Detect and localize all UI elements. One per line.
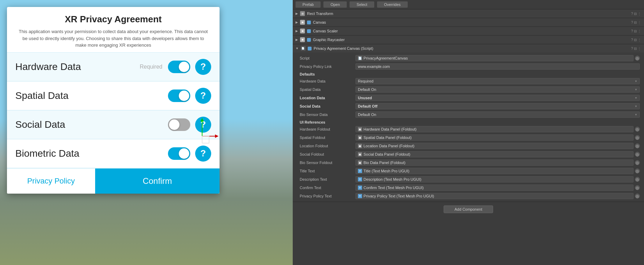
default-location-arrow: ▼ <box>635 96 637 100</box>
tab-select[interactable]: Select <box>350 1 374 8</box>
title-text-icon: T <box>358 169 362 173</box>
description-text-value: Description (Text Mesh Pro UGUI) <box>363 177 421 181</box>
default-spatial-arrow: ▼ <box>635 88 637 91</box>
rect-transform-icon: ⊞ <box>300 11 305 16</box>
graphic-raycaster-name: Graphic Raycaster <box>313 38 629 42</box>
default-location-label: Location Data <box>300 96 355 100</box>
spatial-foldout-icon: ▣ <box>358 135 362 140</box>
svg-marker-3 <box>215 134 219 138</box>
default-social-dropdown[interactable]: Default Off ▼ <box>355 103 640 109</box>
privacy-link-input[interactable] <box>355 63 640 70</box>
social-foldout-row: Social Foldout ▣ Social Data Panel (Fold… <box>293 150 644 158</box>
hardware-foldout-icon: ▣ <box>358 127 362 131</box>
confirm-button[interactable]: Confirm <box>95 169 220 194</box>
privacy-policy-button[interactable]: Privacy Policy <box>7 169 95 194</box>
svg-rect-4 <box>202 136 209 143</box>
privacy-script-name: Privacy Agreement Canvas (Script) <box>314 46 629 50</box>
spatial-foldout-ref[interactable]: ▣ Spatial Data Panel (Foldout) <box>355 134 634 141</box>
privacy-link-row: Privacy Policy Link <box>293 62 644 71</box>
description-text-icon: T <box>358 177 362 181</box>
default-bio-arrow: ▼ <box>635 113 637 116</box>
default-hardware-dropdown[interactable]: Required ▼ <box>355 78 640 84</box>
confirm-text-ref[interactable]: T Confirm Text (Text Mesh Pro UGUI) <box>355 185 634 191</box>
rect-transform-header[interactable]: ▶ ⊞ Rect Transform ? ⊟ ⋮ <box>293 9 644 18</box>
tab-overrides[interactable]: Overrides <box>377 1 408 8</box>
bio-foldout-ref[interactable]: ▣ Bio Data Panel (Foldout) <box>355 159 634 166</box>
confirm-text-row: Confirm Text T Confirm Text (Text Mesh P… <box>293 184 644 192</box>
rect-transform-name: Rect Transform <box>307 11 629 16</box>
privacy-script-checkbox[interactable] <box>308 47 312 50</box>
spatial-toggle[interactable] <box>168 89 190 102</box>
script-field-ref[interactable]: 📄 PrivacyAgreementCanvas <box>355 55 634 61</box>
default-spatial-value: Default On <box>358 87 376 92</box>
privacy-policy-text-icon: T <box>358 194 362 198</box>
title-text-circle-btn[interactable]: ◎ <box>635 169 640 173</box>
hardware-foldout-value: Hardware Data Panel (Foldout) <box>363 127 416 131</box>
rect-transform-actions: ? ⊟ ⋮ <box>631 12 641 16</box>
canvas-icon: ▣ <box>300 20 305 25</box>
social-foldout-icon: ▣ <box>358 152 362 156</box>
location-foldout-circle-btn[interactable]: ◎ <box>635 143 640 148</box>
description-text-ref[interactable]: T Description (Text Mesh Pro UGUI) <box>355 176 634 182</box>
title-text-ref[interactable]: T Title (Text Mesh Pro UGUI) <box>355 168 634 174</box>
dialog-description: This application wants your permission t… <box>17 28 209 49</box>
default-location-dropdown[interactable]: Unused ▼ <box>355 95 640 101</box>
spatial-foldout-label: Spatial Foldout <box>300 135 355 140</box>
location-foldout-label: Location Foldout <box>300 144 355 148</box>
privacy-link-label: Privacy Policy Link <box>300 64 355 69</box>
canvas-scaler-checkbox[interactable] <box>307 29 311 33</box>
default-social-label: Social Data <box>300 104 355 108</box>
default-bio-value: Default On <box>358 112 376 117</box>
canvas-scaler-header[interactable]: ▶ ▣ Canvas Scaler ? ⊟ ⋮ <box>293 27 644 35</box>
spatial-help-button[interactable]: ? <box>195 88 211 104</box>
graphic-raycaster-header[interactable]: ▶ ▣ Graphic Raycaster ? ⊟ ⋮ <box>293 36 644 44</box>
graphic-raycaster-checkbox[interactable] <box>307 38 311 42</box>
description-text-circle-btn[interactable]: ◎ <box>635 177 640 182</box>
default-hardware-value: Required <box>358 79 374 83</box>
dialog-title: XR Privacy Agreement <box>17 14 209 25</box>
confirm-text-icon: T <box>358 186 362 190</box>
title-text-value: Title (Text Mesh Pro UGUI) <box>363 169 409 173</box>
hardware-foldout-circle-btn[interactable]: ◎ <box>635 127 640 132</box>
description-text-label: Description Text <box>300 177 355 181</box>
dialog-header: XR Privacy Agreement This application wa… <box>7 7 220 53</box>
spatial-foldout-circle-btn[interactable]: ◎ <box>635 135 640 140</box>
title-text-row: Title Text T Title (Text Mesh Pro UGUI) … <box>293 167 644 175</box>
hardware-toggle[interactable] <box>168 61 190 73</box>
tab-prefab[interactable]: Prefab <box>296 1 321 8</box>
hardware-foldout-ref[interactable]: ▣ Hardware Data Panel (Foldout) <box>355 126 634 132</box>
canvas-scaler-section: ▶ ▣ Canvas Scaler ? ⊟ ⋮ <box>293 27 644 36</box>
privacy-script-section: ▼ 📄 Privacy Agreement Canvas (Script) ? … <box>293 44 644 202</box>
social-foldout-circle-btn[interactable]: ◎ <box>635 152 640 157</box>
location-foldout-ref[interactable]: ▣ Location Data Panel (Foldout) <box>355 143 634 149</box>
default-bio-dropdown[interactable]: Default On ▼ <box>355 111 640 118</box>
privacy-policy-text-ref[interactable]: T Privacy Policy Text (Text Mesh Pro UGU… <box>355 193 634 199</box>
default-spatial-dropdown[interactable]: Default On ▼ <box>355 86 640 93</box>
hardware-data-row: Hardware Data Required ? <box>7 53 220 81</box>
default-social-row: Social Data Default Off ▼ <box>293 102 644 110</box>
canvas-header[interactable]: ▶ ▣ Canvas ? ⊟ ⋮ <box>293 18 644 26</box>
ui-references-section-label: UI References <box>293 119 644 125</box>
graphic-raycaster-actions: ? ⊟ ⋮ <box>631 38 641 42</box>
hardware-help-button[interactable]: ? <box>195 59 211 75</box>
xr-privacy-dialog: XR Privacy Agreement This application wa… <box>7 7 220 194</box>
description-text-row: Description Text T Description (Text Mes… <box>293 175 644 184</box>
script-ref-value: PrivacyAgreementCanvas <box>363 56 408 60</box>
default-social-arrow: ▼ <box>635 105 637 108</box>
canvas-checkbox[interactable] <box>307 21 311 24</box>
confirm-text-circle-btn[interactable]: ◎ <box>635 185 640 190</box>
privacy-policy-text-circle-btn[interactable]: ◎ <box>635 194 640 198</box>
add-component-button[interactable]: Add Component <box>444 205 493 213</box>
bio-foldout-circle-btn[interactable]: ◎ <box>635 160 640 165</box>
script-fields: Script 📄 PrivacyAgreementCanvas ◎ Privac… <box>293 53 644 202</box>
privacy-script-header[interactable]: ▼ 📄 Privacy Agreement Canvas (Script) ? … <box>293 44 644 53</box>
rect-transform-section: ▶ ⊞ Rect Transform ? ⊟ ⋮ <box>293 9 644 18</box>
privacy-policy-text-label: Privacy Policy Text <box>300 194 355 198</box>
tab-open[interactable]: Open <box>323 1 347 8</box>
defaults-section-label: Defaults <box>293 71 644 77</box>
social-foldout-value: Social Data Panel (Foldout) <box>363 152 411 156</box>
hardware-badge: Required <box>140 64 162 70</box>
script-circle-btn[interactable]: ◎ <box>635 56 640 61</box>
social-foldout-ref[interactable]: ▣ Social Data Panel (Foldout) <box>355 151 634 157</box>
location-foldout-row: Location Foldout ▣ Location Data Panel (… <box>293 142 644 150</box>
